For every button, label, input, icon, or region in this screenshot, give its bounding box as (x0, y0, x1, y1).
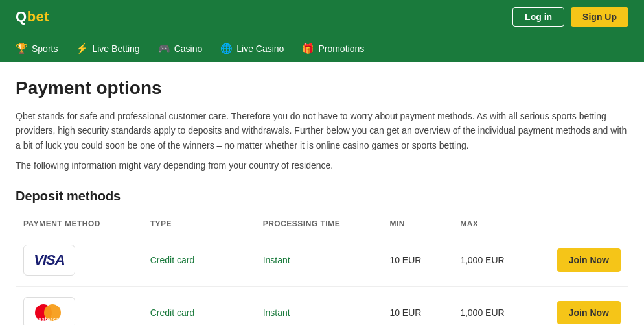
col-header-min: MIN (382, 214, 452, 234)
nav-label-casino: Casino (174, 43, 203, 54)
signup-button[interactable]: Sign Up (571, 7, 628, 27)
main-content: Payment options Qbet stands for safe and… (0, 62, 644, 325)
live-betting-icon: ⚡ (76, 43, 88, 54)
promotions-icon: 🎁 (302, 43, 314, 54)
mastercard-circles: mastercard (35, 303, 63, 322)
visa-text: VISA (34, 252, 64, 269)
nav-item-promotions[interactable]: 🎁 Promotions (302, 40, 364, 57)
live-casino-icon: 🌐 (220, 43, 233, 54)
nav-label-live-casino: Live Casino (236, 43, 284, 54)
mc-max: 1,000 EUR (460, 307, 504, 318)
page-title: Payment options (16, 78, 628, 99)
nav-item-live-casino[interactable]: 🌐 Live Casino (220, 40, 284, 57)
sports-icon: 🏆 (16, 43, 28, 54)
mc-join-button[interactable]: Join Now (557, 301, 621, 324)
deposit-section-title: Deposit methods (16, 189, 628, 204)
logo: Qbet (16, 8, 49, 25)
mc-min: 10 EUR (389, 307, 421, 318)
col-header-method: PAYMENT METHOD (16, 214, 143, 234)
col-header-processing: PROCESSING TIME (255, 214, 382, 234)
header: Qbet Log in Sign Up (0, 0, 644, 34)
table-row: VISA Credit card Instant 10 EUR 1,000 EU… (16, 234, 628, 287)
col-header-max: MAX (452, 214, 536, 234)
navigation: 🏆 Sports ⚡ Live Betting 🎮 Casino 🌐 Live … (0, 34, 644, 62)
visa-type: Credit card (150, 255, 194, 265)
mc-label: mastercard (33, 316, 65, 322)
note-text: The following information might vary dep… (16, 160, 628, 171)
table-row: mastercard Credit card Instant 10 EUR 1,… (16, 287, 628, 325)
intro-text: Qbet stands for safe and professional cu… (16, 109, 628, 152)
nav-label-promotions: Promotions (318, 43, 364, 54)
visa-min: 10 EUR (389, 255, 421, 265)
mc-type: Credit card (150, 307, 194, 318)
visa-logo: VISA (23, 245, 75, 276)
visa-processing: Instant (263, 255, 290, 265)
payment-table: PAYMENT METHOD TYPE PROCESSING TIME MIN … (16, 214, 628, 325)
mc-processing: Instant (263, 307, 290, 318)
nav-item-live-betting[interactable]: ⚡ Live Betting (76, 40, 139, 57)
login-button[interactable]: Log in (512, 7, 564, 27)
nav-item-casino[interactable]: 🎮 Casino (158, 40, 203, 57)
nav-label-live-betting: Live Betting (92, 43, 139, 54)
nav-item-sports[interactable]: 🏆 Sports (16, 40, 58, 57)
col-header-action (537, 214, 628, 234)
visa-max: 1,000 EUR (460, 255, 504, 265)
mastercard-logo: mastercard (23, 297, 75, 325)
visa-join-button[interactable]: Join Now (557, 248, 621, 272)
nav-label-sports: Sports (32, 43, 58, 54)
casino-icon: 🎮 (158, 43, 170, 54)
col-header-type: TYPE (143, 214, 255, 234)
header-actions: Log in Sign Up (512, 7, 628, 27)
